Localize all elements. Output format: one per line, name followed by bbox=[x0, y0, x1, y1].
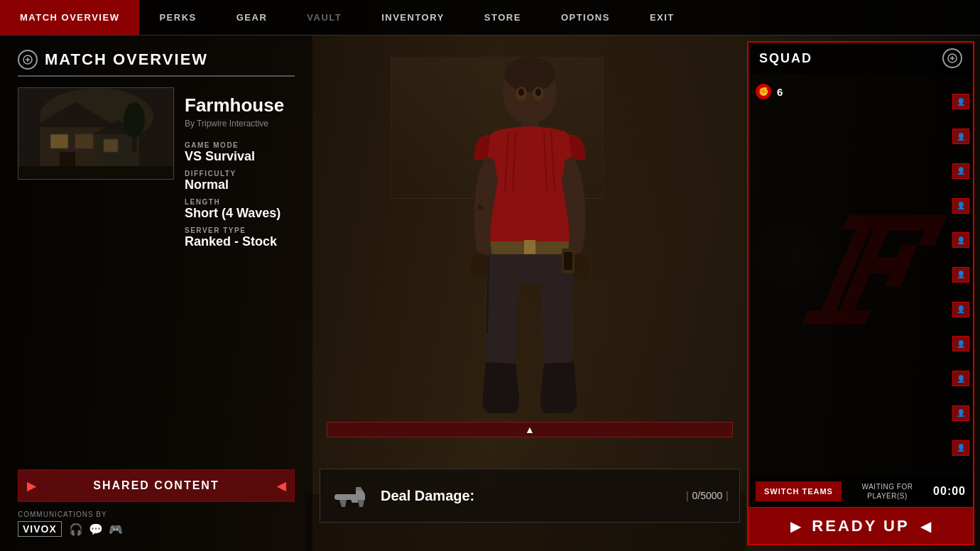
communications-row: COMMUNICATIONS BY VIVOX 🎧 💬 🎮 bbox=[18, 511, 295, 537]
map-info-area: Farmhouse By Tripwire Interactive GAME M… bbox=[18, 87, 295, 255]
fist-icon: ✊ bbox=[758, 87, 769, 97]
length-value: Short (4 Waves) bbox=[185, 206, 284, 221]
headset-icon[interactable]: 🎧 bbox=[69, 523, 83, 536]
deal-damage-label: Deal Damage: bbox=[381, 488, 675, 504]
squad-slot-5[interactable]: 👤 bbox=[952, 232, 969, 248]
svg-point-15 bbox=[505, 57, 555, 92]
squad-slots: 👤 👤 👤 👤 👤 👤 👤 bbox=[949, 74, 973, 476]
squad-slot-6[interactable]: 👤 bbox=[952, 267, 969, 283]
shared-content-label: SHARED CONTENT bbox=[93, 479, 219, 492]
add-player-icon-11: 👤 bbox=[957, 444, 965, 452]
squad-slot-2[interactable]: 👤 bbox=[952, 129, 969, 144]
center-area: ▲ Deal Damage: | 0/5000 | bbox=[312, 36, 747, 551]
nav-gear[interactable]: GEAR bbox=[217, 0, 288, 35]
nav-perks[interactable]: PERKS bbox=[139, 0, 216, 35]
nav-options[interactable]: OPTIONS bbox=[541, 0, 630, 35]
deal-damage-area: Deal Damage: | 0/5000 | bbox=[320, 469, 740, 523]
length-label: LENGTH bbox=[185, 198, 284, 206]
map-thumbnail bbox=[18, 87, 174, 180]
difficulty-row: DIFFICULTY Normal bbox=[185, 170, 284, 192]
switch-teams-button[interactable]: SWITCH TEAMS bbox=[756, 481, 842, 501]
progress-arrow-up: ▲ bbox=[525, 424, 535, 435]
nav-vault: VAULT bbox=[287, 0, 361, 35]
server-type-label: SERVER TYPE bbox=[185, 227, 284, 234]
add-player-icon-3: 👤 bbox=[957, 167, 965, 175]
squad-player-row: ✊ 6 bbox=[748, 81, 973, 102]
squad-bg-logo: 𝔽 bbox=[790, 192, 920, 358]
comm-label: COMMUNICATIONS BY bbox=[18, 511, 123, 518]
add-player-icon-9: 👤 bbox=[957, 375, 965, 383]
add-player-icon-7: 👤 bbox=[957, 305, 965, 313]
game-details: Farmhouse By Tripwire Interactive GAME M… bbox=[185, 94, 284, 255]
server-type-row: SERVER TYPE Ranked - Stock bbox=[185, 227, 284, 249]
page-title: MATCH OVERVIEW bbox=[45, 50, 208, 69]
squad-slot-4[interactable]: 👤 bbox=[952, 198, 969, 214]
shared-content-arrow-right: ◀ bbox=[277, 479, 285, 493]
squad-content: 𝔽 ✊ 6 👤 👤 👤 👤 bbox=[748, 74, 973, 476]
add-player-icon-4: 👤 bbox=[957, 202, 965, 209]
difficulty-label: DIFFICULTY bbox=[185, 170, 284, 178]
difficulty-value: Normal bbox=[185, 178, 284, 192]
map-by: By Tripwire Interactive bbox=[185, 119, 284, 129]
add-player-icon-5: 👤 bbox=[957, 236, 965, 244]
squad-slot-9[interactable]: 👤 bbox=[952, 371, 969, 386]
add-player-icon-8: 👤 bbox=[957, 340, 965, 348]
squad-panel: SQUAD 𝔽 ✊ 6 👤 bbox=[747, 41, 974, 545]
server-type-value: Ranked - Stock bbox=[185, 234, 284, 249]
game-mode-row: GAME MODE VS Survival bbox=[185, 141, 284, 164]
svg-point-19 bbox=[535, 89, 541, 96]
progress-bar-area: ▲ bbox=[312, 422, 747, 437]
shared-content-arrow-left: ▶ bbox=[27, 479, 36, 493]
squad-slot-10[interactable]: 👤 bbox=[952, 405, 969, 421]
ready-up-label: READY UP bbox=[812, 517, 909, 535]
deal-damage-icon bbox=[331, 478, 370, 513]
chat-icon[interactable]: 💬 bbox=[89, 523, 103, 536]
match-overview-icon bbox=[18, 50, 38, 70]
svg-rect-22 bbox=[524, 240, 535, 256]
progress-value: 0/5000 bbox=[692, 490, 723, 501]
player-indicator: ✊ bbox=[756, 84, 771, 99]
progress-right-bracket: | bbox=[726, 490, 729, 501]
ready-arrow-left-icon: ▶ bbox=[790, 518, 801, 535]
add-player-icon-2: 👤 bbox=[957, 133, 965, 141]
match-timer: 00:00 bbox=[933, 485, 966, 498]
squad-slot-11[interactable]: 👤 bbox=[952, 440, 969, 456]
squad-slot-7[interactable]: 👤 bbox=[952, 302, 969, 317]
svg-rect-7 bbox=[50, 134, 68, 148]
add-player-icon-10: 👤 bbox=[957, 409, 965, 417]
left-panel: MATCH OVERVIEW bbox=[0, 36, 312, 551]
svg-rect-26 bbox=[564, 252, 572, 270]
ready-arrow-right-icon: ◀ bbox=[920, 518, 931, 535]
ready-up-button[interactable]: ▶ READY UP ◀ bbox=[748, 507, 973, 544]
svg-point-13 bbox=[124, 102, 145, 138]
controller-icon[interactable]: 🎮 bbox=[109, 523, 123, 536]
add-player-icon-6: 👤 bbox=[957, 271, 965, 278]
top-navigation: MATCH OVERVIEW PERKS GEAR VAULT INVENTOR… bbox=[0, 0, 980, 36]
waiting-for-players-text: WAITING FOR PLAYER(S) bbox=[847, 482, 927, 501]
svg-rect-11 bbox=[18, 166, 174, 180]
nav-inventory[interactable]: INVENTORY bbox=[361, 0, 464, 35]
game-mode-label: GAME MODE bbox=[185, 141, 284, 149]
squad-header: SQUAD bbox=[748, 43, 973, 74]
squad-title: SQUAD bbox=[759, 51, 812, 66]
shared-content-bar[interactable]: ▶ SHARED CONTENT ◀ bbox=[18, 469, 295, 502]
svg-point-18 bbox=[518, 89, 524, 96]
squad-controls: SWITCH TEAMS WAITING FOR PLAYER(S) 00:00 bbox=[748, 476, 973, 507]
map-name: Farmhouse bbox=[185, 94, 284, 116]
section-header: MATCH OVERVIEW bbox=[18, 50, 295, 77]
deal-damage-progress: | 0/5000 | bbox=[686, 490, 729, 501]
nav-exit[interactable]: EXIT bbox=[630, 0, 695, 35]
player-count: 6 bbox=[777, 86, 783, 98]
comm-icons: 🎧 💬 🎮 bbox=[69, 523, 123, 536]
squad-slot-3[interactable]: 👤 bbox=[952, 163, 969, 179]
vivox-logo: VIVOX bbox=[18, 521, 62, 537]
main-content: MATCH OVERVIEW bbox=[0, 36, 980, 551]
nav-store[interactable]: STORE bbox=[464, 0, 541, 35]
svg-rect-8 bbox=[75, 134, 93, 148]
game-mode-value: VS Survival bbox=[185, 149, 284, 164]
nav-match-overview[interactable]: MATCH OVERVIEW bbox=[0, 0, 139, 35]
progress-bar[interactable]: ▲ bbox=[327, 422, 733, 437]
length-row: LENGTH Short (4 Waves) bbox=[185, 198, 284, 221]
squad-slot-8[interactable]: 👤 bbox=[952, 336, 969, 351]
svg-rect-9 bbox=[104, 139, 118, 152]
